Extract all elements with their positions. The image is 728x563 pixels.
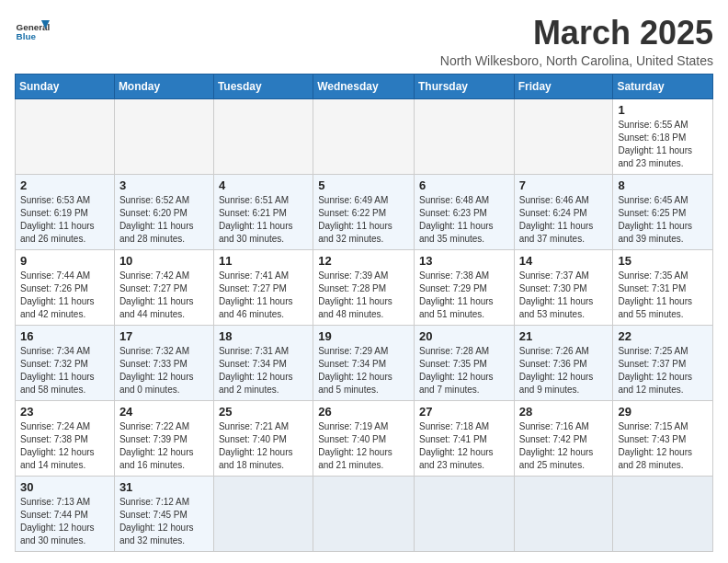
day-number: 13 xyxy=(419,254,509,268)
calendar-day-cell: 30Sunrise: 7:13 AM Sunset: 7:44 PM Dayli… xyxy=(16,476,115,551)
day-info: Sunrise: 7:24 AM Sunset: 7:38 PM Dayligh… xyxy=(20,420,109,472)
day-info: Sunrise: 6:55 AM Sunset: 6:18 PM Dayligh… xyxy=(618,119,708,170)
calendar-day-cell: 21Sunrise: 7:26 AM Sunset: 7:36 PM Dayli… xyxy=(514,325,613,400)
calendar-day-cell: 22Sunrise: 7:25 AM Sunset: 7:37 PM Dayli… xyxy=(613,325,713,400)
day-number: 9 xyxy=(20,254,109,268)
day-number: 19 xyxy=(318,329,409,343)
calendar-day-cell xyxy=(414,476,514,551)
day-info: Sunrise: 7:13 AM Sunset: 7:44 PM Dayligh… xyxy=(20,496,109,547)
day-number: 31 xyxy=(119,480,209,494)
calendar-day-cell: 5Sunrise: 6:49 AM Sunset: 6:22 PM Daylig… xyxy=(313,174,415,249)
day-number: 16 xyxy=(20,329,109,343)
calendar-day-cell: 23Sunrise: 7:24 AM Sunset: 7:38 PM Dayli… xyxy=(16,400,115,476)
day-info: Sunrise: 7:29 AM Sunset: 7:34 PM Dayligh… xyxy=(318,345,409,396)
calendar-day-cell: 7Sunrise: 6:46 AM Sunset: 6:24 PM Daylig… xyxy=(514,174,613,249)
day-info: Sunrise: 6:45 AM Sunset: 6:25 PM Dayligh… xyxy=(618,194,708,246)
day-number: 1 xyxy=(618,103,708,117)
day-info: Sunrise: 6:51 AM Sunset: 6:21 PM Dayligh… xyxy=(219,194,308,246)
calendar-day-cell xyxy=(514,476,613,551)
month-year-title: March 2025 xyxy=(440,15,713,52)
day-info: Sunrise: 7:31 AM Sunset: 7:34 PM Dayligh… xyxy=(219,345,308,396)
calendar-day-cell: 10Sunrise: 7:42 AM Sunset: 7:27 PM Dayli… xyxy=(114,249,213,325)
day-number: 10 xyxy=(119,254,209,268)
calendar-day-cell xyxy=(213,476,313,551)
calendar-day-cell xyxy=(313,476,415,551)
day-info: Sunrise: 7:42 AM Sunset: 7:27 PM Dayligh… xyxy=(119,270,209,321)
day-number: 5 xyxy=(318,178,409,192)
calendar-day-cell xyxy=(313,98,415,174)
calendar-day-cell: 6Sunrise: 6:48 AM Sunset: 6:23 PM Daylig… xyxy=(414,174,514,249)
calendar-day-cell: 28Sunrise: 7:16 AM Sunset: 7:42 PM Dayli… xyxy=(514,400,613,476)
day-of-week-header: Tuesday xyxy=(213,74,313,98)
day-number: 3 xyxy=(119,178,209,192)
calendar-day-cell: 18Sunrise: 7:31 AM Sunset: 7:34 PM Dayli… xyxy=(213,325,313,400)
calendar-day-cell: 27Sunrise: 7:18 AM Sunset: 7:41 PM Dayli… xyxy=(414,400,514,476)
calendar-week-row: 23Sunrise: 7:24 AM Sunset: 7:38 PM Dayli… xyxy=(16,400,713,476)
calendar-day-cell: 1Sunrise: 6:55 AM Sunset: 6:18 PM Daylig… xyxy=(613,98,713,174)
day-info: Sunrise: 7:26 AM Sunset: 7:36 PM Dayligh… xyxy=(519,345,609,396)
day-info: Sunrise: 6:46 AM Sunset: 6:24 PM Dayligh… xyxy=(519,194,609,246)
day-of-week-header: Saturday xyxy=(613,74,713,98)
day-info: Sunrise: 7:18 AM Sunset: 7:41 PM Dayligh… xyxy=(419,420,509,472)
calendar-day-cell: 3Sunrise: 6:52 AM Sunset: 6:20 PM Daylig… xyxy=(114,174,213,249)
calendar-day-cell xyxy=(414,98,514,174)
day-number: 26 xyxy=(318,405,409,419)
calendar-day-cell: 9Sunrise: 7:44 AM Sunset: 7:26 PM Daylig… xyxy=(16,249,115,325)
day-number: 23 xyxy=(20,405,109,419)
day-number: 2 xyxy=(20,178,109,192)
day-of-week-header: Thursday xyxy=(414,74,514,98)
day-number: 21 xyxy=(519,329,609,343)
calendar-day-cell: 25Sunrise: 7:21 AM Sunset: 7:40 PM Dayli… xyxy=(213,400,313,476)
title-block: March 2025 North Wilkesboro, North Carol… xyxy=(440,15,713,68)
calendar-day-cell: 4Sunrise: 6:51 AM Sunset: 6:21 PM Daylig… xyxy=(213,174,313,249)
day-info: Sunrise: 7:25 AM Sunset: 7:37 PM Dayligh… xyxy=(618,345,708,396)
day-info: Sunrise: 7:38 AM Sunset: 7:29 PM Dayligh… xyxy=(419,270,509,321)
day-info: Sunrise: 7:39 AM Sunset: 7:28 PM Dayligh… xyxy=(318,270,409,321)
day-number: 28 xyxy=(519,405,609,419)
calendar-day-cell: 26Sunrise: 7:19 AM Sunset: 7:40 PM Dayli… xyxy=(313,400,415,476)
day-number: 7 xyxy=(519,178,609,192)
day-number: 8 xyxy=(618,178,708,192)
day-number: 14 xyxy=(519,254,609,268)
calendar-day-cell xyxy=(613,476,713,551)
day-info: Sunrise: 7:15 AM Sunset: 7:43 PM Dayligh… xyxy=(618,420,708,472)
calendar-day-cell: 11Sunrise: 7:41 AM Sunset: 7:27 PM Dayli… xyxy=(213,249,313,325)
day-number: 24 xyxy=(119,405,209,419)
svg-text:Blue: Blue xyxy=(17,31,37,41)
day-info: Sunrise: 6:53 AM Sunset: 6:19 PM Dayligh… xyxy=(20,194,109,246)
calendar-header-row: SundayMondayTuesdayWednesdayThursdayFrid… xyxy=(16,74,713,98)
calendar-day-cell: 20Sunrise: 7:28 AM Sunset: 7:35 PM Dayli… xyxy=(414,325,514,400)
calendar-day-cell: 12Sunrise: 7:39 AM Sunset: 7:28 PM Dayli… xyxy=(313,249,415,325)
day-info: Sunrise: 7:37 AM Sunset: 7:30 PM Dayligh… xyxy=(519,270,609,321)
day-info: Sunrise: 7:19 AM Sunset: 7:40 PM Dayligh… xyxy=(318,420,409,472)
calendar-day-cell: 15Sunrise: 7:35 AM Sunset: 7:31 PM Dayli… xyxy=(613,249,713,325)
day-of-week-header: Wednesday xyxy=(313,74,415,98)
day-info: Sunrise: 7:28 AM Sunset: 7:35 PM Dayligh… xyxy=(419,345,509,396)
day-info: Sunrise: 7:32 AM Sunset: 7:33 PM Dayligh… xyxy=(119,345,209,396)
day-info: Sunrise: 7:22 AM Sunset: 7:39 PM Dayligh… xyxy=(119,420,209,472)
calendar-day-cell: 8Sunrise: 6:45 AM Sunset: 6:25 PM Daylig… xyxy=(613,174,713,249)
day-number: 17 xyxy=(119,329,209,343)
calendar-day-cell: 31Sunrise: 7:12 AM Sunset: 7:45 PM Dayli… xyxy=(114,476,213,551)
calendar-day-cell xyxy=(16,98,115,174)
calendar-week-row: 30Sunrise: 7:13 AM Sunset: 7:44 PM Dayli… xyxy=(16,476,713,551)
calendar-day-cell: 13Sunrise: 7:38 AM Sunset: 7:29 PM Dayli… xyxy=(414,249,514,325)
day-of-week-header: Friday xyxy=(514,74,613,98)
day-info: Sunrise: 7:12 AM Sunset: 7:45 PM Dayligh… xyxy=(119,496,209,547)
calendar-week-row: 16Sunrise: 7:34 AM Sunset: 7:32 PM Dayli… xyxy=(16,325,713,400)
day-number: 22 xyxy=(618,329,708,343)
day-number: 29 xyxy=(618,405,708,419)
calendar-day-cell: 19Sunrise: 7:29 AM Sunset: 7:34 PM Dayli… xyxy=(313,325,415,400)
calendar-day-cell: 16Sunrise: 7:34 AM Sunset: 7:32 PM Dayli… xyxy=(16,325,115,400)
day-info: Sunrise: 7:44 AM Sunset: 7:26 PM Dayligh… xyxy=(20,270,109,321)
day-of-week-header: Monday xyxy=(114,74,213,98)
day-info: Sunrise: 7:21 AM Sunset: 7:40 PM Dayligh… xyxy=(219,420,308,472)
calendar-week-row: 9Sunrise: 7:44 AM Sunset: 7:26 PM Daylig… xyxy=(16,249,713,325)
logo: General Blue xyxy=(15,15,50,50)
calendar-day-cell xyxy=(514,98,613,174)
calendar-day-cell xyxy=(213,98,313,174)
day-number: 30 xyxy=(20,480,109,494)
day-number: 12 xyxy=(318,254,409,268)
calendar-day-cell: 17Sunrise: 7:32 AM Sunset: 7:33 PM Dayli… xyxy=(114,325,213,400)
calendar-week-row: 1Sunrise: 6:55 AM Sunset: 6:18 PM Daylig… xyxy=(16,98,713,174)
